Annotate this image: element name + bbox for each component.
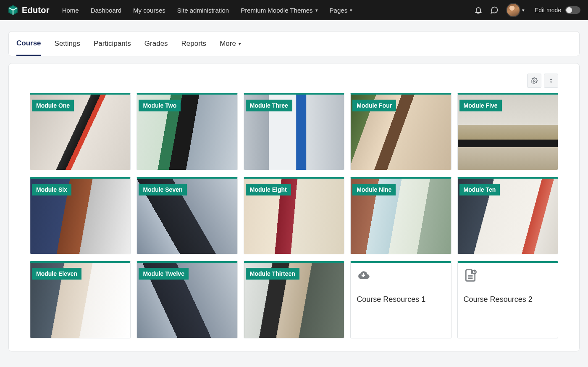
gear-icon: [531, 77, 538, 84]
module-badge: Module Five: [459, 100, 502, 111]
brand[interactable]: Edutor: [8, 5, 50, 16]
tile-module[interactable]: Module Twelve: [136, 261, 237, 338]
module-badge: Module Thirteen: [246, 268, 299, 280]
tab-label: Reports: [181, 40, 207, 48]
module-badge: Module Eleven: [32, 268, 81, 280]
module-badge: Module Nine: [352, 184, 396, 195]
tile-module[interactable]: Module Five: [457, 93, 558, 170]
module-badge: Module One: [32, 100, 74, 111]
nav-links: HomeDashboardMy coursesSite administrati…: [62, 7, 474, 14]
module-badge: Module Seven: [139, 184, 186, 195]
tab-reports[interactable]: Reports: [181, 32, 207, 56]
tile-module[interactable]: Module Three: [244, 93, 344, 170]
tile-module[interactable]: Module Six: [30, 177, 131, 254]
chevron-down-icon: ▾: [239, 41, 241, 47]
chevron-down-icon: ▾: [315, 8, 318, 13]
module-badge: Module Twelve: [139, 268, 189, 280]
user-menu[interactable]: ▾: [506, 3, 525, 17]
module-badge: Module Six: [32, 184, 71, 195]
module-badge: Module Four: [352, 100, 396, 111]
module-badge: Module Ten: [459, 184, 500, 195]
module-badge: Module Two: [139, 100, 181, 111]
messages-icon[interactable]: [490, 6, 499, 14]
tile-resource[interactable]: Course Resources 2: [457, 261, 558, 338]
file-icon: [464, 269, 552, 283]
expand-collapse-button[interactable]: [544, 74, 558, 88]
resource-title: Course Resources 2: [464, 295, 552, 304]
nav-link-site-administration[interactable]: Site administration: [177, 7, 229, 14]
nav-link-label: My courses: [133, 7, 165, 14]
tile-module[interactable]: Module Two: [136, 93, 237, 170]
chevron-down-icon: ▾: [522, 8, 525, 13]
tab-participants[interactable]: Participants: [94, 32, 131, 56]
edit-mode-switch[interactable]: [565, 6, 580, 14]
nav-right: ▾ Edit mode: [474, 3, 580, 17]
expand-collapse-icon: [548, 77, 554, 84]
page: CourseSettingsParticipantsGradesReportsM…: [0, 31, 588, 364]
edit-mode-label: Edit mode: [535, 7, 561, 13]
brand-name: Edutor: [22, 5, 50, 15]
brand-logo-icon: [8, 5, 18, 16]
settings-button[interactable]: [527, 74, 541, 88]
nav-link-label: Site administration: [177, 7, 229, 14]
tile-module[interactable]: Module Seven: [136, 177, 237, 254]
tile-module[interactable]: Module Thirteen: [244, 261, 344, 338]
tile-module[interactable]: Module Nine: [350, 177, 451, 254]
nav-link-pages[interactable]: Pages▾: [330, 7, 353, 14]
tile-toolbar: [30, 74, 558, 88]
tile-module[interactable]: Module Four: [350, 93, 451, 170]
tab-course[interactable]: Course: [16, 32, 41, 56]
nav-link-label: Dashboard: [91, 7, 121, 14]
svg-point-2: [533, 80, 535, 82]
top-nav: Edutor HomeDashboardMy coursesSite admin…: [0, 0, 588, 20]
tile-module[interactable]: Module Eleven: [30, 261, 131, 338]
tile-resource[interactable]: Course Resources 1: [350, 261, 451, 338]
tile-grid: Module OneModule TwoModule ThreeModule F…: [30, 93, 558, 338]
tile-module[interactable]: Module One: [30, 93, 131, 170]
avatar: [506, 3, 520, 17]
tab-settings[interactable]: Settings: [55, 32, 80, 56]
tab-more[interactable]: More▾: [220, 32, 241, 56]
resource-title: Course Resources 1: [357, 295, 445, 304]
module-badge: Module Three: [246, 100, 292, 111]
tab-label: Settings: [55, 40, 80, 48]
course-tabbar: CourseSettingsParticipantsGradesReportsM…: [8, 31, 580, 56]
chevron-down-icon: ▾: [350, 8, 352, 13]
module-badge: Module Eight: [246, 184, 291, 195]
nav-link-label: Premium Moodle Themes: [241, 7, 312, 14]
tile-module[interactable]: Module Eight: [244, 177, 344, 254]
nav-link-premium-moodle-themes[interactable]: Premium Moodle Themes▾: [241, 7, 318, 14]
tab-label: More: [220, 40, 236, 48]
nav-link-dashboard[interactable]: Dashboard: [91, 7, 121, 14]
notifications-icon[interactable]: [474, 6, 483, 14]
nav-link-label: Pages: [330, 7, 348, 14]
download-icon: [357, 269, 445, 283]
nav-link-home[interactable]: Home: [62, 7, 79, 14]
tile-module[interactable]: Module Ten: [457, 177, 558, 254]
tab-label: Participants: [94, 40, 131, 48]
course-content: Module OneModule TwoModule ThreeModule F…: [8, 63, 580, 351]
nav-link-label: Home: [62, 7, 79, 14]
edit-mode-toggle: Edit mode: [535, 6, 580, 14]
tab-label: Course: [16, 39, 41, 48]
nav-link-my-courses[interactable]: My courses: [133, 7, 165, 14]
tab-label: Grades: [144, 40, 168, 48]
tab-grades[interactable]: Grades: [144, 32, 168, 56]
